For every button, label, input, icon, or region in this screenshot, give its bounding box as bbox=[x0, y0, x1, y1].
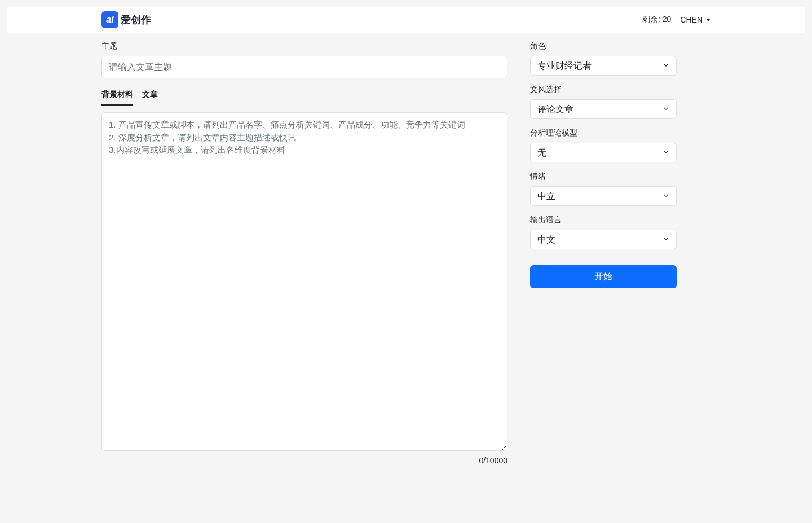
tab-background-material[interactable]: 背景材料 bbox=[102, 87, 133, 106]
role-group: 角色 专业财经记者 bbox=[530, 41, 677, 76]
role-label: 角色 bbox=[530, 41, 677, 51]
logo-text: 爱创作 bbox=[121, 13, 151, 27]
background-material-textarea[interactable] bbox=[102, 112, 508, 451]
tab-article[interactable]: 文章 bbox=[142, 87, 158, 106]
style-group: 文风选择 评论文章 bbox=[530, 85, 677, 119]
language-select[interactable]: 中文 bbox=[530, 230, 677, 249]
header-right: 剩余: 20 CHEN bbox=[642, 15, 710, 25]
header: ai 爱创作 剩余: 20 CHEN bbox=[7, 7, 805, 33]
role-select[interactable]: 专业财经记者 bbox=[530, 56, 677, 76]
logo[interactable]: ai 爱创作 bbox=[102, 11, 151, 28]
left-panel: 主题 背景材料 文章 0/10000 bbox=[102, 41, 508, 465]
style-select[interactable]: 评论文章 bbox=[530, 99, 677, 119]
topic-group: 主题 bbox=[102, 41, 508, 78]
logo-icon: ai bbox=[102, 11, 118, 28]
style-label: 文风选择 bbox=[530, 85, 677, 95]
remaining-count: 剩余: 20 bbox=[642, 15, 671, 25]
language-label: 输出语言 bbox=[530, 215, 677, 225]
right-panel: 角色 专业财经记者 文风选择 评论文章 分析理论 bbox=[530, 41, 677, 465]
caret-down-icon bbox=[706, 19, 710, 21]
model-group: 分析理论模型 无 bbox=[530, 128, 677, 162]
tabs: 背景材料 文章 bbox=[102, 87, 508, 106]
emotion-select[interactable]: 中立 bbox=[530, 186, 677, 206]
emotion-label: 情绪 bbox=[530, 172, 677, 182]
model-label: 分析理论模型 bbox=[530, 128, 677, 138]
emotion-group: 情绪 中立 bbox=[530, 172, 677, 206]
header-inner: ai 爱创作 剩余: 20 CHEN bbox=[93, 11, 719, 28]
char-count: 0/10000 bbox=[102, 456, 508, 465]
username-label: CHEN bbox=[680, 15, 703, 24]
start-button[interactable]: 开始 bbox=[530, 265, 677, 288]
model-select[interactable]: 无 bbox=[530, 143, 677, 162]
topic-label: 主题 bbox=[102, 41, 508, 51]
topic-input[interactable] bbox=[102, 56, 508, 78]
language-group: 输出语言 中文 bbox=[530, 215, 677, 249]
main-container: 主题 背景材料 文章 0/10000 角色 专业财经记者 文风选择 bbox=[93, 33, 719, 473]
user-dropdown[interactable]: CHEN bbox=[680, 15, 710, 24]
